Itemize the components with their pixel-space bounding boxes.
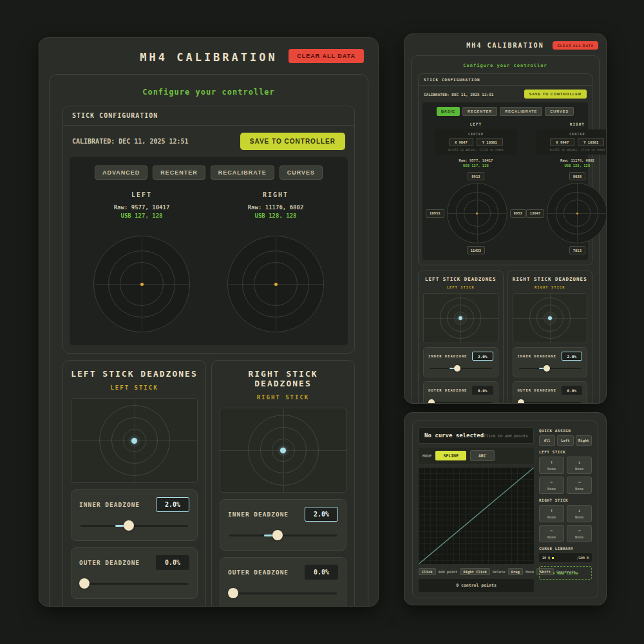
inner-deadzone-value[interactable]: 2.0%: [472, 352, 493, 361]
inner-deadzone-control: INNER DEADZONE 2.0%: [71, 489, 198, 541]
advanced-button[interactable]: ADVANCED: [95, 166, 147, 180]
inner-deadzone-label: INNER DEADZONE: [79, 501, 140, 508]
curve-library-row[interactable]: 10 Q /100 0: [539, 553, 592, 562]
slider-thumb[interactable]: [272, 530, 283, 540]
mode-spline-button[interactable]: SPLINE: [435, 451, 466, 460]
curve-hint: Click to add points: [484, 433, 528, 438]
slider-thumb[interactable]: [228, 588, 238, 598]
slider-track[interactable]: [80, 583, 188, 585]
center-x-chip[interactable]: X 9947: [550, 138, 574, 146]
outer-deadzone-value[interactable]: 0.0%: [156, 555, 189, 570]
main-header: MH4 CALIBRATION CLEAR ALL DATA: [39, 38, 378, 66]
inner-deadzone-value[interactable]: 2.0%: [562, 352, 582, 361]
assign-slot-down[interactable]: ↓ None: [567, 457, 592, 474]
left-stick-assign-grid: ↑ None ↓ None ← None → None: [539, 457, 592, 494]
assign-slot-left[interactable]: ← None: [539, 525, 564, 542]
outer-deadzone-value[interactable]: 0.0%: [305, 565, 338, 580]
range-left-chip[interactable]: 10953: [426, 209, 444, 218]
assign-all-button[interactable]: All: [539, 435, 555, 446]
save-to-controller-button[interactable]: SAVE TO CONTROLLER: [240, 133, 345, 150]
new-curve-button[interactable]: + New Curve: [539, 566, 592, 580]
slider-track[interactable]: [430, 402, 492, 403]
inner-deadzone-label: INNER DEADZONE: [428, 354, 467, 358]
slider-thumb[interactable]: [428, 399, 435, 404]
outer-deadzone-value[interactable]: 0.0%: [472, 386, 493, 395]
inner-deadzone-slider[interactable]: [518, 365, 583, 372]
range-bottom-chip[interactable]: 11433: [467, 246, 486, 254]
slider-thumb[interactable]: [79, 578, 90, 589]
assign-slot-down[interactable]: ↓ None: [567, 505, 592, 522]
outer-deadzone-slider[interactable]: [79, 578, 189, 589]
legend-action: Move: [526, 570, 534, 574]
legend-key: Click: [419, 568, 436, 575]
inner-deadzone-control: INNER DEADZONE 2.0%: [423, 347, 498, 377]
inner-deadzone-value[interactable]: 2.0%: [156, 497, 189, 512]
outer-deadzone-label: OUTER DEADZONE: [518, 388, 556, 392]
center-y-chip[interactable]: Y 10301: [578, 138, 604, 146]
slider-thumb[interactable]: [518, 399, 524, 404]
range-right-chip[interactable]: 8953: [510, 209, 526, 218]
dz-position-dot: [548, 316, 552, 320]
center-x-chip[interactable]: X 9847: [449, 138, 473, 146]
inner-deadzone-slider[interactable]: [79, 520, 189, 531]
recalibrate-button[interactable]: RECALIBRATE: [211, 166, 274, 180]
assign-slot-right[interactable]: → None: [567, 525, 592, 542]
mode-arc-button[interactable]: ARC: [470, 450, 495, 461]
center-y-chip[interactable]: Y 10301: [477, 138, 503, 146]
curves-button[interactable]: CURVES: [545, 107, 574, 116]
left-deadzone-card: LEFT STICK DEADZONES LEFT STICK INNER DE…: [62, 360, 206, 607]
stick-viz-area: BASIC RECENTER RECALIBRATE CURVES LEFT C…: [422, 102, 588, 260]
range-left-chip[interactable]: 13047: [526, 209, 545, 218]
curves-button[interactable]: CURVES: [279, 166, 323, 180]
recenter-button[interactable]: RECENTER: [462, 107, 497, 116]
inner-deadzone-value[interactable]: 2.0%: [305, 507, 338, 522]
slider-track[interactable]: [519, 402, 582, 403]
range-bottom-chip[interactable]: 7813: [569, 246, 585, 254]
outer-deadzone-slider[interactable]: [518, 399, 583, 404]
assign-right-button[interactable]: Right: [576, 435, 592, 446]
left-deadzone-subtitle: LEFT STICK: [71, 384, 198, 391]
recenter-button[interactable]: RECENTER: [153, 166, 205, 180]
basic-button[interactable]: BASIC: [437, 107, 460, 116]
slider-track[interactable]: [229, 535, 337, 536]
outer-deadzone-value[interactable]: 0.0%: [562, 386, 582, 395]
range-top-chip[interactable]: 8913: [468, 172, 484, 180]
slider-track[interactable]: [80, 525, 188, 527]
slider-track[interactable]: [229, 592, 337, 594]
outer-deadzone-slider[interactable]: [428, 399, 493, 404]
outer-deadzone-label: OUTER DEADZONE: [79, 559, 140, 566]
slider-track[interactable]: [519, 368, 582, 369]
right-deadzone-card: RIGHT STICK DEADZONES RIGHT STICK INNER …: [211, 360, 355, 607]
inner-deadzone-slider[interactable]: [428, 365, 493, 372]
recalibrate-button[interactable]: RECALIBRATE: [500, 107, 542, 116]
curve-grid-canvas[interactable]: [419, 468, 534, 564]
clear-all-data-button[interactable]: CLEAR ALL DATA: [289, 49, 364, 63]
left-stick-raw-value: Raw: 9577, 10417: [114, 204, 170, 211]
assign-slot-left[interactable]: ← None: [539, 477, 564, 494]
right-stick-column: RIGHT CENTER X 9947 Y 10301 scroll to ad…: [526, 116, 607, 254]
assign-slot-up[interactable]: ↑ None: [539, 505, 564, 522]
slider-thumb[interactable]: [454, 365, 460, 372]
assign-slot-right[interactable]: → None: [567, 477, 592, 494]
center-label: CENTER: [439, 132, 513, 136]
slider-thumb[interactable]: [544, 365, 550, 372]
left-stick-assign-title: LEFT STICK: [539, 450, 592, 454]
outer-deadzone-slider[interactable]: [228, 588, 338, 598]
right-stick-assign-grid: ↑ None ↓ None ← None → None: [539, 505, 592, 542]
assign-slot-up[interactable]: ↑ None: [539, 457, 564, 474]
arrow-left-icon: ←: [540, 480, 564, 485]
curve-status-bar: No curve selected Click to add points: [419, 427, 534, 444]
clear-all-data-button[interactable]: CLEAR ALL DATA: [553, 41, 598, 50]
stick-position-dot: [476, 213, 478, 214]
save-to-controller-button[interactable]: SAVE TO CONTROLLER: [524, 90, 587, 99]
left-deadzone-viz: [71, 398, 198, 483]
assign-left-button[interactable]: Left: [557, 435, 573, 446]
slider-thumb[interactable]: [124, 520, 134, 531]
arrow-left-icon: ←: [540, 529, 564, 533]
inner-deadzone-control: INNER DEADZONE 2.0%: [513, 347, 588, 377]
left-stick-scope: [447, 183, 507, 243]
range-top-chip[interactable]: 8038: [569, 172, 585, 180]
slider-track[interactable]: [430, 368, 492, 369]
right-stick-scope: [227, 236, 324, 332]
inner-deadzone-slider[interactable]: [228, 530, 338, 540]
